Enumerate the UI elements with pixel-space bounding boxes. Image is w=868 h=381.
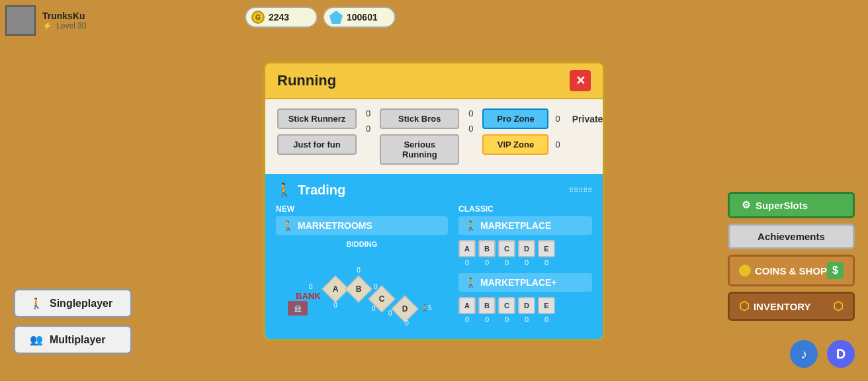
- private-label: Private: [572, 114, 603, 124]
- side-right: ⚙ SuperSlots Achievements COINS & SHOP $…: [728, 192, 855, 321]
- mp-count-d: 0: [518, 259, 535, 267]
- svg-text:0: 0: [405, 319, 409, 327]
- music-button[interactable]: ♪: [790, 340, 818, 368]
- marketplace-slot-b[interactable]: B: [478, 240, 496, 257]
- marketplace-plus-slot-d[interactable]: D: [518, 297, 535, 314]
- coin-icon: G: [251, 11, 265, 24]
- just-for-fun-count: 0: [363, 124, 373, 134]
- singleplayer-icon: 🚶: [30, 297, 43, 310]
- marketplace-plus-icon: 🚶: [465, 277, 476, 288]
- currency-bar: G 2243 100601: [245, 7, 396, 28]
- mp-count-c: 0: [498, 259, 515, 267]
- stick-bros-button[interactable]: Stick Bros: [380, 108, 459, 129]
- marketplace-slot-row: A B C D E: [458, 240, 592, 257]
- music-icon: ♪: [801, 347, 807, 362]
- svg-text:🏦: 🏦: [294, 304, 302, 313]
- marketplace-icon: 🚶: [465, 220, 476, 231]
- multiplayer-icon: 👥: [30, 333, 43, 346]
- singleplayer-label: Singleplayer: [50, 298, 112, 310]
- vip-zone-button[interactable]: VIP Zone: [482, 134, 548, 155]
- modal-title: Running: [277, 72, 336, 89]
- mpp-count-d: 0: [518, 316, 535, 323]
- svg-text:0: 0: [333, 302, 337, 309]
- mpp-count-a: 0: [458, 316, 476, 323]
- mpp-count-b: 0: [478, 316, 496, 323]
- user-level: ⚡ Level 30: [42, 21, 87, 30]
- inventory-button[interactable]: ⬡ INVENTORY ⬡: [728, 292, 855, 321]
- svg-text:0: 0: [388, 310, 392, 317]
- marketplace-plus-slot-row: A B C D E: [458, 297, 592, 314]
- marketplace-plus-count-row: 0 0 0 0 0: [458, 316, 592, 323]
- marketplace-slot-a[interactable]: A: [458, 240, 476, 257]
- gems-amount: 100601: [347, 12, 378, 22]
- vip-zone-count: 0: [552, 140, 562, 149]
- bank-text: BANK: [296, 291, 321, 301]
- bidding-area: BIDDING BANK 🏦 A 0 0 B: [276, 240, 448, 331]
- coins-shop-coin-icon: [739, 265, 751, 276]
- discord-button[interactable]: D: [827, 340, 855, 368]
- svg-text:0: 0: [372, 305, 376, 312]
- trading-right: CLASSIC 🚶 MARKETPLACE A B C D E 0 0 0: [458, 204, 592, 331]
- marketplace-slot-c[interactable]: C: [498, 240, 515, 257]
- currency-coins: G 2243: [245, 7, 318, 28]
- username: TrunksKu: [42, 11, 87, 21]
- running-grid: Stick Runnerz Just for fun 0 0 Stick Bro…: [277, 108, 591, 165]
- svg-text:0: 0: [357, 267, 361, 274]
- marketrooms-icon: 🚶: [282, 220, 294, 231]
- marketplace-slot-d[interactable]: D: [518, 240, 535, 257]
- achievements-button[interactable]: Achievements: [728, 224, 855, 249]
- mp-count-e: 0: [538, 259, 555, 267]
- running-col-zones: Pro Zone 0 Private VIP Zone 0: [482, 108, 603, 155]
- inventory-icon-right: ⬡: [833, 299, 844, 314]
- marketplace-plus-label: MARKETPLACE+: [480, 277, 557, 288]
- coins-shop-dollar: $: [827, 262, 844, 279]
- mp-count-b: 0: [478, 259, 496, 267]
- superslots-label: SuperSlots: [756, 200, 808, 211]
- new-label: NEW: [276, 204, 448, 214]
- marketplace-plus-slot-c[interactable]: C: [498, 297, 515, 314]
- modal-header: Running ✕: [265, 64, 603, 98]
- marketplace-plus-slot-e[interactable]: E: [538, 297, 555, 314]
- marketplace-box[interactable]: 🚶 MARKETPLACE: [458, 216, 592, 235]
- pro-zone-button[interactable]: Pro Zone: [482, 108, 548, 129]
- marketrooms-box[interactable]: 🚶 MARKETROOMS: [276, 216, 448, 235]
- just-for-fun-button[interactable]: Just for fun: [277, 134, 357, 155]
- running-col-counts2: 0 0: [466, 108, 476, 134]
- multiplayer-label: Multiplayer: [50, 334, 105, 346]
- mpp-count-c: 0: [498, 316, 515, 323]
- svg-text:B: B: [356, 284, 362, 294]
- trading-grid-dots: ⠿⠿⠿⠿⠿: [569, 187, 592, 194]
- marketplace-plus-slot-b[interactable]: B: [478, 297, 496, 314]
- marketplace-plus-slot-a[interactable]: A: [458, 297, 476, 314]
- trading-section: 🚶 Trading ⠿⠿⠿⠿⠿ NEW 🚶 MARKETROOMS BIDDIN…: [265, 174, 603, 339]
- stick-runnerz-count: 0: [363, 108, 373, 118]
- multiplayer-button[interactable]: 👥 Multiplayer: [13, 325, 132, 355]
- stick-runnerz-button[interactable]: Stick Runnerz: [277, 108, 357, 129]
- coins-amount: 2243: [269, 12, 289, 22]
- bidding-label: BIDDING: [276, 240, 448, 248]
- trading-title: 🚶 Trading: [276, 182, 345, 198]
- marketplace-plus-box[interactable]: 🚶 MARKETPLACE+: [458, 273, 592, 292]
- classic-label: CLASSIC: [458, 204, 592, 214]
- gem-icon: [329, 11, 343, 24]
- user-info: TrunksKu ⚡ Level 30: [42, 11, 87, 30]
- trading-left: NEW 🚶 MARKETROOMS BIDDING BANK 🏦: [276, 204, 448, 331]
- svg-text:0: 0: [309, 283, 313, 290]
- serious-running-button[interactable]: Serious Running: [380, 134, 459, 165]
- marketplace-slot-e[interactable]: E: [538, 240, 555, 257]
- inventory-icon-left: ⬡: [739, 299, 750, 314]
- superslots-button[interactable]: ⚙ SuperSlots: [728, 192, 855, 218]
- coins-shop-button[interactable]: COINS & SHOP $: [728, 255, 855, 286]
- modal-close-button[interactable]: ✕: [570, 70, 591, 91]
- stick-bros-count: 0: [466, 108, 476, 118]
- singleplayer-button[interactable]: 🚶 Singleplayer: [13, 288, 132, 318]
- svg-text:A: A: [333, 284, 339, 294]
- superslots-icon: ⚙: [742, 199, 750, 211]
- side-left: 🚶 Singleplayer 👥 Multiplayer: [13, 288, 132, 355]
- marketrooms-label: MARKETROOMS: [298, 220, 372, 231]
- currency-gems: 100601: [323, 7, 396, 28]
- trading-header: 🚶 Trading ⠿⠿⠿⠿⠿: [276, 182, 592, 198]
- trading-icon: 🚶: [276, 182, 292, 198]
- top-bar: TrunksKu ⚡ Level 30: [5, 5, 87, 36]
- coins-shop-label: COINS & SHOP: [755, 265, 827, 276]
